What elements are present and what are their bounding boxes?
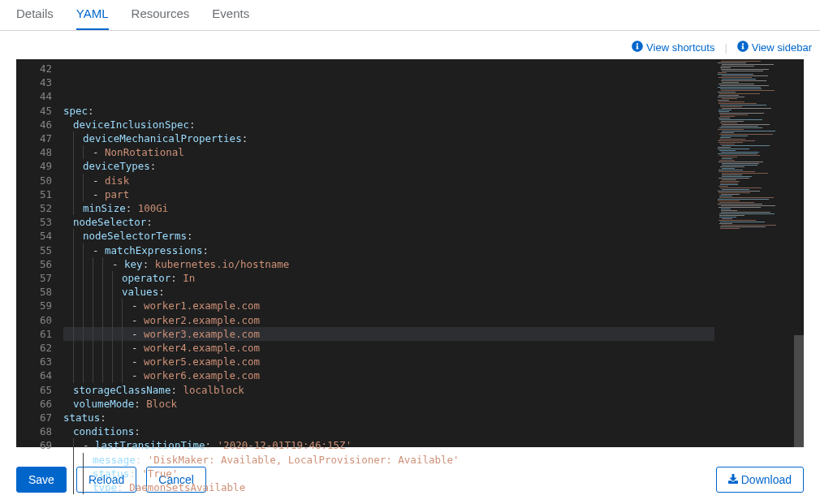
code-line: nodeSelectorTerms: [63,229,714,243]
line-number: 68 [24,424,52,438]
code-line: - worker4.example.com [63,341,714,355]
line-number: 54 [24,229,52,243]
line-number: 61 [24,327,52,341]
tab-details[interactable]: Details [16,6,54,30]
line-number: 43 [24,75,52,89]
line-number: 64 [24,368,52,382]
code-line: - worker3.example.com [63,327,714,341]
view-sidebar-link[interactable]: View sidebar [737,41,812,54]
line-number: 60 [24,313,52,327]
code-line: - part [63,187,714,201]
code-line: deviceTypes: [63,159,714,173]
code-line: type: DaemonSetsAvailable [63,480,714,494]
separator: | [724,41,727,54]
save-button[interactable]: Save [16,467,67,493]
line-number: 44 [24,89,52,103]
line-number: 59 [24,299,52,312]
code-line: deviceMechanicalProperties: [63,131,714,145]
line-number: 67 [24,411,52,424]
download-label: Download [741,473,792,486]
code-line: - key: kubernetes.io/hostname [63,257,714,271]
code-line: - NonRotational [63,145,714,159]
view-shortcuts-link[interactable]: View shortcuts [632,41,714,54]
line-number: 46 [24,118,52,131]
code-line: - worker6.example.com [63,368,714,382]
line-number: 65 [24,383,52,397]
line-number: 47 [24,131,52,145]
minimap-scrollbar[interactable] [794,59,804,447]
editor-links-row: View shortcuts | View sidebar [0,31,820,59]
minimap-thumb[interactable] [794,335,804,447]
code-line: minSize: 100Gi [63,201,714,215]
line-number: 69 [24,438,52,452]
line-number: 62 [24,341,52,355]
code-line: deviceInclusionSpec: [63,118,714,131]
line-number: 66 [24,397,52,411]
line-number: 58 [24,285,52,299]
code-line: operator: In [63,271,714,285]
tab-events[interactable]: Events [212,6,249,30]
code-line: status: [63,411,714,424]
line-number: 50 [24,174,52,187]
download-icon [728,473,741,486]
view-sidebar-label: View sidebar [752,41,812,54]
code-line: - disk [63,174,714,187]
code-line: - lastTransitionTime: '2020-12-01T19:46:… [63,438,714,452]
help-icon [632,41,643,54]
tab-yaml[interactable]: YAML [76,6,109,30]
code-line: spec: [63,104,714,118]
code-line: values: [63,285,714,299]
code-area[interactable]: spec:deviceInclusionSpec:deviceMechanica… [63,59,714,447]
tab-bar: DetailsYAMLResourcesEvents [0,0,820,31]
line-number: 45 [24,104,52,118]
info-icon [737,41,749,54]
minimap[interactable] [714,59,804,447]
line-number: 56 [24,257,52,271]
tab-resources[interactable]: Resources [132,6,190,30]
code-line: status: 'True' [63,467,714,480]
line-number: 51 [24,187,52,201]
line-number-gutter: 4243444546474849505152535455565758596061… [16,59,63,447]
code-line: - matchExpressions: [63,243,714,257]
view-shortcuts-label: View shortcuts [646,41,714,54]
code-line: nodeSelector: [63,215,714,229]
code-line: message: 'DiskMaker: Available, LocalPro… [63,453,714,467]
download-button[interactable]: Download [716,467,804,493]
code-line: storageClassName: localblock [63,383,714,397]
code-line: - worker2.example.com [63,313,714,327]
line-number: 49 [24,159,52,173]
line-number: 63 [24,355,52,368]
line-number: 48 [24,145,52,159]
yaml-editor[interactable]: 4243444546474849505152535455565758596061… [16,59,804,447]
line-number: 57 [24,271,52,285]
line-number: 55 [24,243,52,257]
code-line: - worker5.example.com [63,355,714,368]
line-number: 52 [24,201,52,215]
line-number: 42 [24,62,52,75]
code-line: - worker1.example.com [63,299,714,312]
code-line: volumeMode: Block [63,397,714,411]
code-line: conditions: [63,424,714,438]
line-number: 53 [24,215,52,229]
